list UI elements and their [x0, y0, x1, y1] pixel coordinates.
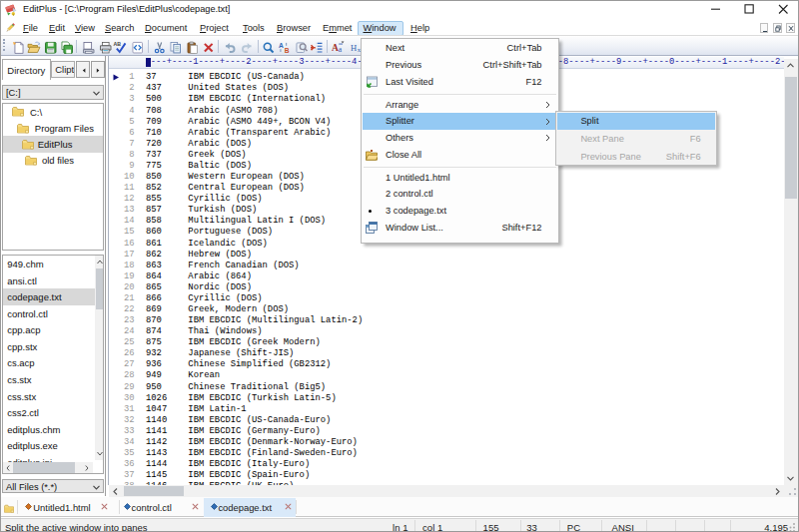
svg-text:H: H — [351, 43, 357, 53]
svg-text:AB: AB — [114, 42, 122, 48]
svg-text:B: B — [285, 48, 290, 55]
svg-text:a: a — [338, 45, 342, 54]
svg-text:A: A — [279, 42, 284, 49]
